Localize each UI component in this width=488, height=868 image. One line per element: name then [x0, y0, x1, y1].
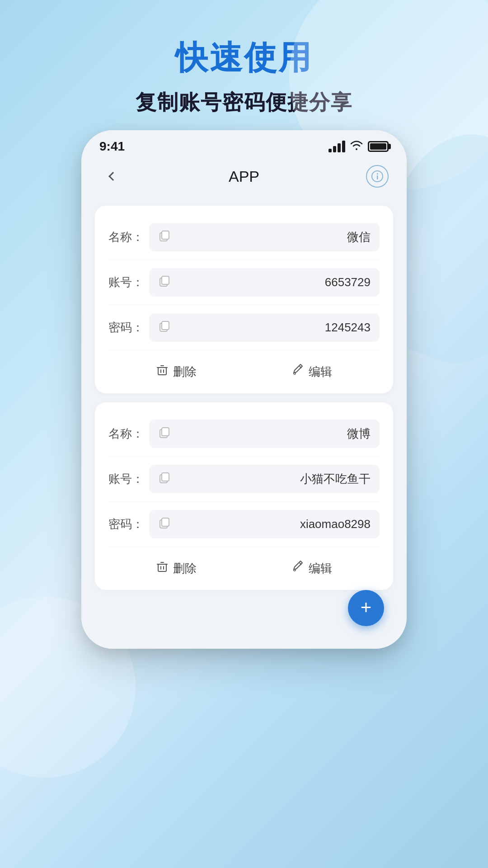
- delete-button-1[interactable]: 删除: [142, 359, 210, 384]
- chevron-left-icon: [108, 172, 117, 181]
- card-actions-1: 删除 编辑: [108, 350, 380, 389]
- edit-label-1: 编辑: [309, 364, 332, 380]
- plus-icon: +: [361, 598, 372, 617]
- edit-button-2[interactable]: 编辑: [278, 556, 346, 581]
- svg-rect-1: [377, 175, 378, 179]
- edit-button-1[interactable]: 编辑: [278, 359, 346, 384]
- delete-label-2: 删除: [173, 561, 197, 576]
- field-row-account-1: 账号： 6653729: [108, 260, 380, 305]
- field-row-name-2: 名称： 微博: [108, 411, 380, 457]
- field-row-password-2: 密码： xiaomao8298: [108, 502, 380, 547]
- svg-rect-6: [162, 276, 169, 284]
- copy-icon-password-2: [158, 516, 171, 532]
- svg-rect-4: [162, 231, 169, 239]
- field-row-password-1: 密码： 1245243: [108, 305, 380, 350]
- info-icon: [371, 170, 383, 182]
- trash-icon-1: [156, 364, 169, 380]
- copy-icon-name-2: [158, 426, 171, 442]
- field-value-box-name-1[interactable]: 微信: [149, 223, 380, 251]
- copy-icon-password-1: [158, 320, 171, 335]
- field-value-account-2: 小猫不吃鱼干: [300, 471, 371, 487]
- svg-rect-9: [158, 368, 166, 375]
- nav-title: APP: [229, 168, 259, 185]
- delete-label-1: 删除: [173, 364, 197, 380]
- field-value-box-name-2[interactable]: 微博: [149, 420, 380, 448]
- field-label-name-1: 名称：: [108, 229, 149, 245]
- phone-mockup: 9:41: [81, 130, 407, 649]
- field-value-box-password-1[interactable]: 1245243: [149, 313, 380, 342]
- field-value-box-password-2[interactable]: xiaomao8298: [149, 510, 380, 538]
- svg-rect-8: [162, 321, 169, 330]
- status-icons: [328, 140, 389, 153]
- delete-button-2[interactable]: 删除: [142, 556, 210, 581]
- svg-rect-14: [162, 473, 169, 481]
- field-label-password-2: 密码：: [108, 516, 149, 532]
- copy-icon-account-2: [158, 471, 171, 487]
- signal-icon: [328, 141, 345, 152]
- edit-icon-1: [291, 364, 304, 380]
- copy-icon-name-1: [158, 229, 171, 245]
- account-card-1: 名称： 微信 账号：: [95, 206, 393, 393]
- add-button[interactable]: +: [348, 590, 384, 626]
- field-row-name-1: 名称： 微信: [108, 215, 380, 260]
- svg-rect-12: [162, 428, 169, 436]
- svg-point-10: [294, 373, 296, 374]
- nav-bar: APP: [81, 158, 407, 197]
- card-actions-2: 删除 编辑: [108, 547, 380, 585]
- content-area: 名称： 微信 账号：: [81, 197, 407, 649]
- field-label-password-1: 密码：: [108, 320, 149, 335]
- field-value-box-account-1[interactable]: 6653729: [149, 268, 380, 297]
- status-bar: 9:41: [81, 130, 407, 158]
- copy-icon-account-1: [158, 274, 171, 290]
- field-label-name-2: 名称：: [108, 426, 149, 442]
- svg-point-2: [377, 173, 378, 175]
- field-row-account-2: 账号： 小猫不吃鱼干: [108, 457, 380, 502]
- edit-label-2: 编辑: [309, 561, 332, 576]
- svg-rect-16: [162, 518, 169, 526]
- svg-point-18: [294, 569, 296, 571]
- field-value-password-2: xiaomao8298: [300, 517, 371, 531]
- back-button[interactable]: [99, 165, 122, 188]
- field-value-name-1: 微信: [347, 229, 371, 245]
- field-label-account-1: 账号：: [108, 274, 149, 290]
- svg-rect-17: [158, 564, 166, 571]
- info-button[interactable]: [366, 165, 389, 188]
- edit-icon-2: [291, 561, 304, 576]
- page-container: 快速使用 复制账号密码便捷分享 9:41: [0, 0, 488, 868]
- field-label-account-2: 账号：: [108, 471, 149, 487]
- wifi-icon: [350, 140, 363, 153]
- account-card-2: 名称： 微博 账号：: [95, 402, 393, 590]
- battery-icon: [368, 141, 389, 152]
- field-value-password-1: 1245243: [325, 321, 371, 335]
- trash-icon-2: [156, 561, 169, 576]
- field-value-account-1: 6653729: [325, 275, 371, 289]
- field-value-name-2: 微博: [347, 426, 371, 442]
- field-value-box-account-2[interactable]: 小猫不吃鱼干: [149, 465, 380, 493]
- status-time: 9:41: [99, 139, 125, 154]
